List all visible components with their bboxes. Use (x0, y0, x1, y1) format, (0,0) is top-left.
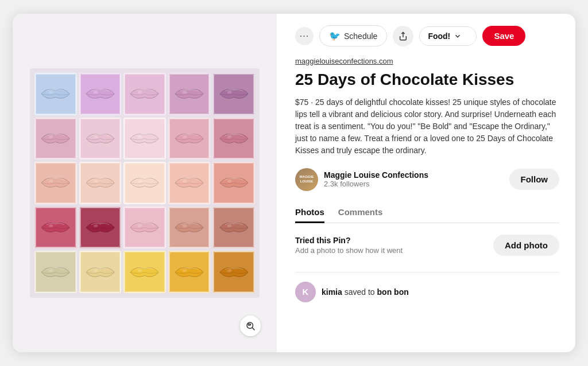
creator-followers: 2.3k followers (324, 180, 428, 188)
svg-point-2 (138, 91, 143, 94)
creator-details: Maggie Louise Confections 2.3k followers (324, 170, 428, 188)
svg-point-16 (93, 224, 98, 228)
more-dots: ··· (300, 31, 309, 41)
tabs-row: Photos Comments (295, 203, 559, 223)
follow-button[interactable]: Follow (509, 169, 560, 190)
svg-point-10 (49, 180, 54, 183)
svg-point-14 (227, 180, 232, 183)
chocolate-cell (168, 162, 211, 204)
tab-comments[interactable]: Comments (338, 203, 383, 223)
chocolate-cell (34, 73, 77, 115)
chocolate-cell (168, 251, 211, 293)
tab-photos[interactable]: Photos (295, 203, 324, 223)
saved-avatar-letter: K (303, 287, 309, 297)
creator-info: MAGGIELOUISE Maggie Louise Confections 2… (295, 168, 428, 191)
svg-point-17 (138, 224, 143, 228)
chocolate-cell (212, 118, 255, 160)
chocolate-cell (79, 118, 122, 160)
svg-point-18 (182, 224, 187, 228)
svg-point-8 (182, 135, 187, 138)
saved-row: K kimia saved to bon bon (295, 282, 559, 302)
avatar-image: MAGGIELOUISE (295, 168, 318, 191)
source-link[interactable]: maggielouiseconfections.com (295, 57, 559, 65)
top-bar: ··· 🐦 Schedule Food! Save (295, 25, 559, 46)
svg-point-22 (138, 268, 143, 272)
saved-board[interactable]: bon bon (377, 287, 409, 297)
chocolate-cell (79, 207, 122, 249)
chocolate-cell (168, 118, 211, 160)
pin-title: 25 Days of Chocolate Kisses (295, 70, 559, 89)
chocolate-cell (168, 73, 211, 115)
pin-card: ··· 🐦 Schedule Food! Save (13, 14, 575, 352)
svg-point-27 (248, 324, 250, 325)
svg-point-7 (138, 135, 143, 138)
svg-point-19 (227, 224, 232, 228)
creator-name: Maggie Louise Confections (324, 170, 428, 180)
svg-point-20 (49, 268, 54, 272)
svg-point-9 (227, 135, 232, 138)
pin-description: $75 · 25 days of delightful chocolate ki… (295, 96, 559, 157)
divider (295, 272, 559, 272)
visual-search-button[interactable] (240, 316, 261, 336)
try-title: Tried this Pin? (295, 236, 403, 245)
more-options-button[interactable]: ··· (295, 27, 314, 45)
svg-point-0 (49, 91, 54, 94)
board-name: Food! (428, 32, 450, 41)
image-panel (13, 14, 277, 352)
schedule-icon: 🐦 (329, 30, 341, 41)
chocolate-cell (123, 251, 166, 293)
svg-line-26 (252, 328, 254, 330)
saved-user-avatar[interactable]: K (295, 282, 316, 302)
saved-text: kimia saved to bon bon (322, 287, 409, 297)
chocolate-cell (79, 162, 122, 204)
chocolate-cell (123, 118, 166, 160)
svg-point-6 (93, 135, 98, 138)
content-panel: ··· 🐦 Schedule Food! Save (277, 14, 575, 352)
chocolate-cell (123, 162, 166, 204)
try-subtitle: Add a photo to show how it went (295, 246, 403, 255)
chocolate-cell (34, 207, 77, 249)
try-section: Tried this Pin? Add a photo to show how … (295, 235, 559, 256)
saved-username[interactable]: kimia (322, 287, 342, 297)
chocolate-cell (212, 162, 255, 204)
save-button[interactable]: Save (482, 26, 525, 46)
chocolate-cell (34, 162, 77, 204)
creator-avatar[interactable]: MAGGIELOUISE (295, 168, 318, 191)
svg-point-11 (93, 180, 98, 183)
chocolate-cell (212, 251, 255, 293)
chevron-down-icon (454, 32, 462, 40)
board-selector[interactable]: Food! (419, 26, 477, 46)
chocolate-cell (123, 73, 166, 115)
chocolate-cell (123, 207, 166, 249)
svg-point-13 (182, 180, 187, 183)
saved-action-text: saved to (345, 287, 375, 297)
svg-point-4 (227, 91, 232, 94)
svg-point-1 (93, 91, 98, 94)
svg-point-23 (182, 268, 187, 272)
share-button[interactable] (393, 26, 413, 46)
schedule-button[interactable]: 🐦 Schedule (319, 25, 387, 46)
chocolate-cell (34, 251, 77, 293)
creator-row: MAGGIELOUISE Maggie Louise Confections 2… (295, 168, 559, 191)
chocolate-cell (79, 73, 122, 115)
svg-point-5 (49, 135, 54, 138)
chocolate-grid (30, 68, 260, 298)
svg-point-12 (138, 180, 143, 183)
chocolate-cell (79, 251, 122, 293)
chocolate-cell (212, 73, 255, 115)
chocolate-cell (168, 207, 211, 249)
chocolate-cell (212, 207, 255, 249)
add-photo-button[interactable]: Add photo (493, 235, 559, 256)
svg-point-15 (49, 224, 54, 228)
svg-point-3 (182, 91, 187, 94)
chocolate-cell (34, 118, 77, 160)
try-text-block: Tried this Pin? Add a photo to show how … (295, 236, 403, 255)
svg-point-21 (93, 268, 98, 272)
schedule-label: Schedule (344, 32, 377, 41)
svg-point-24 (227, 268, 232, 272)
